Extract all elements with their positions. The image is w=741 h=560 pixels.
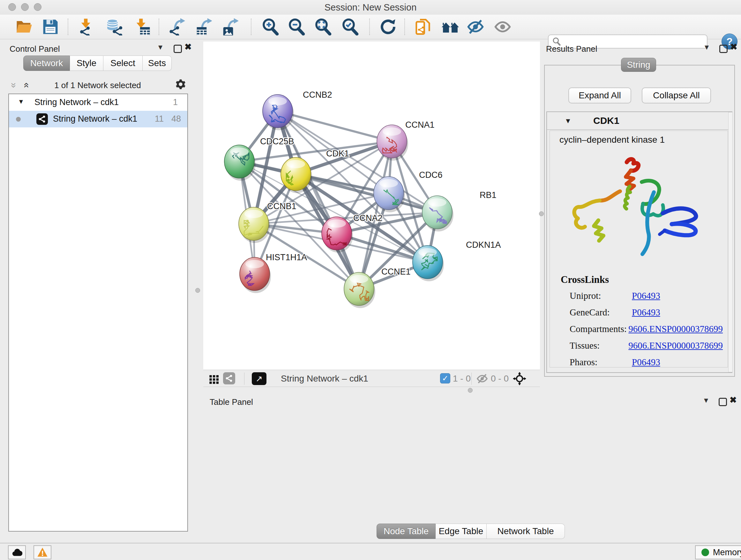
memory-label: Memory bbox=[713, 548, 741, 557]
expand-all-button[interactable]: Expand All bbox=[568, 87, 631, 104]
crosslink-label: GeneCard: bbox=[569, 307, 632, 318]
crosslinks-list: Uniprot:P06493GeneCard:P06493Compartment… bbox=[569, 287, 723, 370]
import-network-button[interactable] bbox=[77, 18, 95, 36]
crosslink-link[interactable]: P06493 bbox=[632, 357, 660, 368]
cdk1-result-card: ▼ CDK1 cyclin–dependent kinase 1 bbox=[546, 111, 732, 373]
crosslink-row: GeneCard:P06493 bbox=[569, 304, 723, 320]
results-tabs: String bbox=[621, 58, 656, 72]
export-table-button[interactable] bbox=[195, 18, 212, 36]
memory-button[interactable]: Memory bbox=[695, 545, 741, 559]
results-panel-title: Results Panel bbox=[546, 44, 597, 54]
network-node-CCNA1[interactable]: CCNA1 bbox=[377, 120, 434, 161]
hide-selected-button[interactable] bbox=[467, 18, 484, 36]
network-label: String Network – cdk1 bbox=[53, 114, 137, 124]
crosslink-label: Uniprot: bbox=[569, 291, 632, 301]
network-type-icon[interactable] bbox=[223, 372, 235, 384]
network-node-RB1[interactable]: RB1 bbox=[422, 190, 496, 232]
crosslink-link[interactable]: P06493 bbox=[632, 307, 660, 318]
node-label-CDC25B: CDC25B bbox=[260, 137, 294, 146]
network-edge-CCNB2-CCNA1[interactable] bbox=[278, 111, 392, 141]
crosslink-row: Compartments:9606.ENSP00000378699 bbox=[569, 320, 723, 337]
hidden-eye-icon[interactable] bbox=[476, 373, 488, 384]
network-options-gear-icon[interactable] bbox=[175, 78, 186, 90]
node-label-CCNB1: CCNB1 bbox=[267, 201, 296, 211]
crosslink-link[interactable]: P06493 bbox=[632, 291, 660, 301]
splitter-handle[interactable] bbox=[468, 388, 473, 393]
zoom-out-button[interactable] bbox=[288, 18, 305, 36]
card-gene-name: CDK1 bbox=[593, 115, 619, 126]
close-panel-icon[interactable]: ✖ bbox=[185, 44, 192, 51]
tab-style[interactable]: Style bbox=[70, 56, 104, 71]
crosslink-row: Uniprot:P06493 bbox=[569, 287, 723, 304]
tab-edge-table[interactable]: Edge Table bbox=[435, 523, 487, 539]
crosslink-link[interactable]: 9606.ENSP00000378699 bbox=[628, 324, 723, 334]
float-panel-icon[interactable] bbox=[719, 398, 727, 406]
tab-string[interactable]: String bbox=[621, 58, 656, 72]
node-label-CDC6: CDC6 bbox=[419, 170, 443, 180]
tab-node-table[interactable]: Node Table bbox=[377, 523, 435, 539]
control-panel-tabs: NetworkStyleSelectSets bbox=[23, 56, 172, 71]
close-panel-icon[interactable]: ✖ bbox=[730, 44, 738, 51]
splitter-handle[interactable] bbox=[195, 288, 200, 293]
splitter-handle[interactable] bbox=[539, 211, 544, 216]
results-scrollbar[interactable] bbox=[728, 112, 733, 372]
network-node-CCNE1[interactable]: CCNE1 bbox=[344, 267, 411, 308]
collection-label: String Network – cdk1 bbox=[35, 98, 119, 107]
collapse-panel-icon[interactable]: ▾ bbox=[158, 44, 162, 51]
float-panel-icon[interactable] bbox=[719, 45, 728, 53]
export-network-button[interactable] bbox=[168, 18, 185, 36]
close-panel-icon[interactable]: ✖ bbox=[730, 396, 737, 403]
string-network-icon bbox=[37, 113, 48, 125]
crosslink-link[interactable]: 9606.ENSP00000378699 bbox=[628, 340, 723, 351]
cdk1-card-header[interactable]: ▼ CDK1 bbox=[547, 112, 732, 130]
hidden-counts: 0 - 0 bbox=[491, 374, 509, 384]
network-node-CDKN1A[interactable]: CDKN1A bbox=[413, 240, 501, 281]
duplicate-network-button[interactable] bbox=[414, 18, 431, 36]
protein-structure-image bbox=[561, 152, 702, 264]
import-table-button[interactable] bbox=[133, 18, 150, 36]
zoom-fit-button[interactable] bbox=[314, 18, 332, 36]
toolbar-separator bbox=[158, 18, 159, 35]
float-panel-icon[interactable] bbox=[174, 45, 182, 53]
table-tabs: Node TableEdge TableNetwork Table bbox=[377, 523, 565, 539]
tab-network[interactable]: Network bbox=[23, 56, 70, 71]
selected-counts: 1 - 0 bbox=[453, 374, 471, 384]
collapse-panel-icon[interactable]: ▾ bbox=[704, 396, 708, 403]
grid-view-icon[interactable] bbox=[209, 374, 219, 384]
home-button[interactable] bbox=[442, 18, 459, 36]
import-network-from-database-button[interactable] bbox=[105, 18, 122, 36]
collapse-panel-icon[interactable]: ▾ bbox=[704, 44, 709, 51]
table-panel-title: Table Panel bbox=[210, 397, 253, 407]
tab-sets[interactable]: Sets bbox=[143, 56, 172, 71]
refresh-view-button[interactable] bbox=[380, 18, 397, 36]
footer-separator bbox=[244, 373, 245, 385]
open-session-button[interactable] bbox=[15, 18, 32, 36]
tab-select[interactable]: Select bbox=[104, 56, 143, 71]
node-label-CCNA2: CCNA2 bbox=[353, 213, 383, 223]
cytoscape-window: Session: New Session ? Control Panel bbox=[0, 0, 741, 560]
card-expand-icon[interactable]: ▼ bbox=[564, 117, 571, 125]
birdseye-crosshair-icon[interactable] bbox=[513, 372, 526, 385]
network-selection-status: 1 of 1 Network selected bbox=[3, 80, 192, 90]
network-canvas[interactable]: CCNB2CCNA1CDC25BCDK1CDC6RB1CCNB1CCNA2CDK… bbox=[203, 42, 540, 370]
network-node-HIST1H1A[interactable]: HIST1H1A bbox=[240, 253, 307, 293]
export-image-button[interactable] bbox=[221, 18, 239, 36]
open-in-window-icon[interactable]: ↗ bbox=[252, 372, 266, 385]
zoom-selected-button[interactable] bbox=[341, 18, 359, 36]
main-toolbar: ? bbox=[0, 15, 741, 39]
collection-expand-icon[interactable]: ▼ bbox=[18, 98, 24, 105]
cloud-button[interactable] bbox=[8, 545, 26, 559]
save-session-button[interactable] bbox=[42, 18, 59, 36]
network-view-toolbar: ↗ String Network – cdk1 ✓ 1 - 0 0 - 0 bbox=[203, 370, 540, 387]
zoom-in-button[interactable] bbox=[262, 18, 279, 36]
network-row-selected[interactable]: String Network – cdk1 11 48 bbox=[9, 111, 187, 127]
network-node-count: 11 bbox=[155, 114, 164, 124]
node-label-HIST1H1A: HIST1H1A bbox=[266, 253, 307, 262]
tab-network-table[interactable]: Network Table bbox=[487, 523, 565, 539]
selected-checkbox-icon[interactable]: ✓ bbox=[440, 373, 450, 383]
warning-button[interactable] bbox=[33, 545, 51, 559]
network-collection-row[interactable]: ▼ String Network – cdk1 1 bbox=[9, 94, 187, 111]
show-hidden-button[interactable] bbox=[494, 18, 511, 36]
collapse-all-button[interactable]: Collapse All bbox=[642, 87, 711, 104]
network-status-dot bbox=[16, 117, 21, 122]
